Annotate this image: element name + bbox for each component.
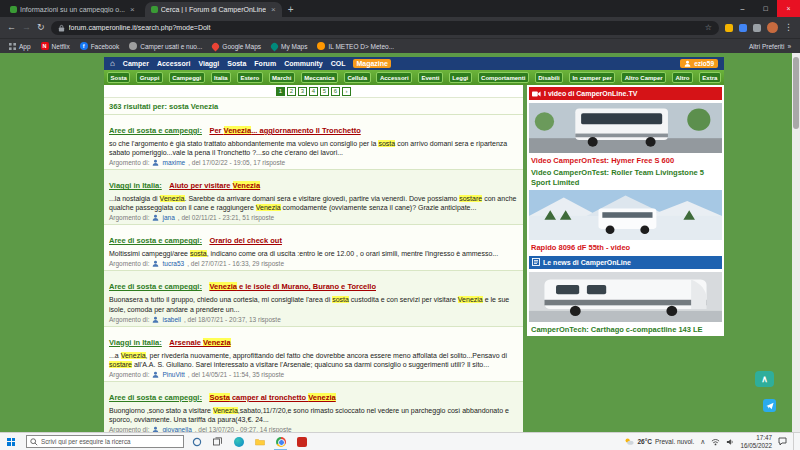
bookmark-meteo[interactable]: IL METEO D> Meteo...: [317, 42, 394, 50]
post-title-link[interactable]: Sosta camper al tronchetto Venezia: [209, 393, 335, 402]
post-author-link[interactable]: jana: [162, 214, 174, 221]
forum-section-button[interactable]: Cellula: [344, 72, 371, 83]
forum-section-button[interactable]: Estero: [237, 72, 263, 83]
tray-expand-icon[interactable]: ∧: [700, 438, 705, 446]
nav-forum[interactable]: Forum: [254, 60, 276, 67]
extension-icon[interactable]: [753, 24, 761, 32]
post-title-link[interactable]: Arsenale Venezia: [169, 338, 230, 347]
bookmark-star-icon[interactable]: ☆: [705, 23, 712, 32]
new-tab-button[interactable]: +: [288, 2, 294, 17]
forum-section-button[interactable]: Campeggi: [169, 72, 205, 83]
post-title-link[interactable]: Venezia e le isole di Murano, Burano e T…: [209, 282, 376, 291]
post-category-link[interactable]: Viaggi in Italia:: [109, 338, 162, 347]
bookmark-netflix[interactable]: N Netflix: [41, 42, 70, 50]
post-category-link[interactable]: Aree di sosta e campeggi:: [109, 393, 202, 402]
other-bookmarks[interactable]: Altri Preferiti »: [749, 43, 791, 50]
cortana-icon[interactable]: [188, 433, 205, 450]
nav-community[interactable]: Community: [284, 60, 323, 67]
post-category-link[interactable]: Viaggi in Italia:: [109, 181, 162, 190]
window-minimize-button[interactable]: –: [731, 0, 754, 17]
page-button[interactable]: ›: [342, 87, 351, 96]
show-desktop-button[interactable]: [793, 433, 796, 450]
scrollbar-thumb[interactable]: [793, 57, 799, 129]
window-maximize-button[interactable]: □: [754, 0, 777, 17]
news-title[interactable]: CamperOnTech: Carthago c-compactline 143…: [529, 325, 722, 334]
profile-avatar[interactable]: [767, 22, 778, 33]
forum-section-button[interactable]: Comportamenti: [478, 72, 529, 83]
page-button[interactable]: 5: [320, 87, 329, 96]
task-view-icon[interactable]: [209, 433, 226, 450]
volume-icon[interactable]: [726, 438, 734, 446]
video-title[interactable]: Rapido 8096 dF 55th - video: [529, 243, 722, 252]
taskbar-search-input[interactable]: [41, 438, 171, 445]
post-category-link[interactable]: Aree di sosta e campeggi:: [109, 236, 202, 245]
start-button[interactable]: [0, 433, 22, 450]
address-bar[interactable]: forum.camperonline.it/search.php?mode=Do…: [51, 21, 719, 35]
post-author-link[interactable]: PinuVitt: [162, 371, 184, 378]
post-title-link[interactable]: Orario del check out: [209, 236, 282, 245]
page-button[interactable]: 4: [309, 87, 318, 96]
file-explorer-icon[interactable]: [251, 433, 268, 450]
forum-section-button[interactable]: Leggi: [449, 72, 472, 83]
forum-section-button[interactable]: Altro: [672, 72, 693, 83]
nav-col[interactable]: COL: [331, 60, 346, 67]
video-thumbnail[interactable]: [529, 103, 722, 153]
post-category-link[interactable]: Aree di sosta e campeggi:: [109, 282, 202, 291]
forum-section-button[interactable]: Disabili: [535, 72, 563, 83]
forum-section-button[interactable]: Eventi: [418, 72, 443, 83]
reload-button[interactable]: ↻: [37, 23, 45, 32]
page-scrollbar[interactable]: [792, 53, 800, 432]
video-thumbnail[interactable]: [529, 190, 722, 240]
home-icon[interactable]: ⌂: [110, 59, 115, 68]
bookmark-facebook[interactable]: f Facebook: [80, 42, 120, 50]
forum-section-button[interactable]: Extra: [699, 72, 721, 83]
post-author-link[interactable]: maxime: [162, 159, 185, 166]
post-category-link[interactable]: Aree di sosta e campeggi:: [109, 126, 202, 135]
forum-section-button[interactable]: Sosta: [107, 72, 130, 83]
extension-icon[interactable]: [725, 24, 733, 32]
back-button[interactable]: ←: [7, 23, 16, 32]
page-button[interactable]: 2: [287, 87, 296, 96]
telegram-button[interactable]: [763, 399, 776, 412]
page-button[interactable]: 1: [276, 87, 285, 96]
forum-section-button[interactable]: Italia: [211, 72, 232, 83]
nav-camper[interactable]: Camper: [123, 60, 149, 67]
post-title-link[interactable]: Aiuto per visitare Venezia: [169, 181, 260, 190]
post-title-link[interactable]: Per Venezia... aggiornamento Il Tronchet…: [209, 126, 360, 135]
forum-section-button[interactable]: In camper per: [569, 72, 615, 83]
bookmark-my-maps[interactable]: My Maps: [271, 43, 307, 50]
pinned-app-icon[interactable]: [293, 433, 310, 450]
nav-accessori[interactable]: Accessori: [157, 60, 190, 67]
bookmark-google-maps[interactable]: Google Maps: [212, 43, 261, 50]
nav-viaggi[interactable]: Viaggi: [198, 60, 219, 67]
window-close-button[interactable]: ×: [777, 0, 800, 17]
extension-icon[interactable]: [739, 24, 747, 32]
nav-magazine[interactable]: Magazine: [353, 59, 391, 68]
tab-close-icon[interactable]: ×: [130, 5, 135, 14]
bookmark-apps[interactable]: App: [9, 43, 31, 50]
bookmark-camper[interactable]: Camper usati e nuo...: [129, 42, 202, 50]
forward-button[interactable]: →: [22, 23, 31, 32]
page-button[interactable]: 6: [331, 87, 340, 96]
forum-section-button[interactable]: Gruppi: [136, 72, 163, 83]
taskbar-search[interactable]: [26, 435, 184, 448]
forum-section-button[interactable]: Marchi: [269, 72, 295, 83]
video-title[interactable]: Video CamperOnTest: Hymer Free S 600: [529, 156, 722, 165]
tab-close-icon[interactable]: ×: [271, 5, 276, 14]
action-center-icon[interactable]: [778, 437, 787, 446]
chrome-icon[interactable]: [272, 433, 289, 450]
user-chip[interactable]: ezio59: [680, 59, 718, 68]
forum-section-button[interactable]: Accessori: [376, 72, 412, 83]
edge-icon[interactable]: [230, 433, 247, 450]
browser-tab-active[interactable]: Cerca | I Forum di CamperOnLine ×: [145, 2, 282, 17]
forum-section-button[interactable]: Meccanica: [301, 72, 338, 83]
browser-menu-icon[interactable]: ⋮: [784, 23, 793, 32]
post-author-link[interactable]: tucra53: [162, 260, 184, 267]
news-thumbnail[interactable]: [529, 272, 722, 322]
post-author-link[interactable]: isabell: [162, 316, 180, 323]
wifi-icon[interactable]: [711, 438, 720, 446]
weather-widget[interactable]: 26°C Preval. nuvol.: [624, 437, 694, 446]
scroll-to-top-button[interactable]: ∧: [755, 371, 774, 387]
nav-sosta[interactable]: Sosta: [227, 60, 246, 67]
page-button[interactable]: 3: [298, 87, 307, 96]
